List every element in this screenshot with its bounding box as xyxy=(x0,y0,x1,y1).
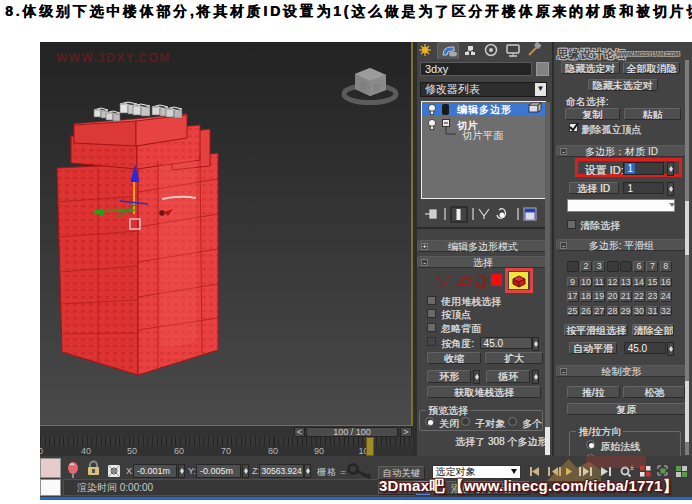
svg-text:左: 左 xyxy=(359,82,366,89)
svg-text:前: 前 xyxy=(373,84,380,91)
